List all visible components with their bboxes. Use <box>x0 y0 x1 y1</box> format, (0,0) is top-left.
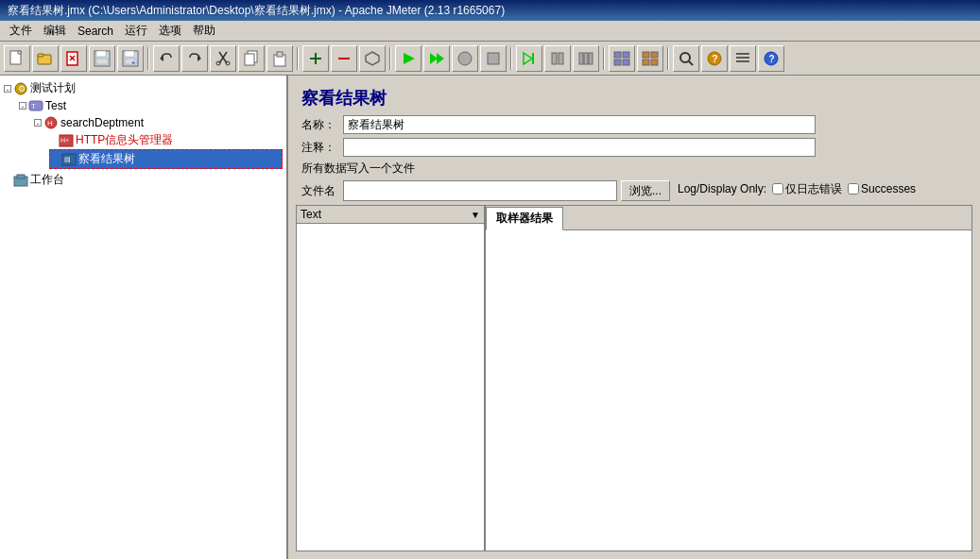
tree-panel: - ⚙ 测试计划 - T Test - H searchDeptment H+ … <box>0 76 288 559</box>
svg-rect-0 <box>10 51 21 64</box>
menu-edit[interactable]: 编辑 <box>38 21 72 41</box>
test-icon: T <box>28 98 43 113</box>
errors-checkbox[interactable] <box>772 183 783 195</box>
split-content: Text ▼ 取样器结果 <box>297 206 971 551</box>
svg-rect-38 <box>579 53 583 64</box>
svg-rect-69 <box>17 175 25 178</box>
toolbar-sep-2 <box>297 47 299 70</box>
toolbar-sep-4 <box>510 47 512 70</box>
comment-input[interactable] <box>343 138 816 157</box>
svg-marker-30 <box>430 53 438 64</box>
tab-sampler-result[interactable]: 取样器结果 <box>486 207 563 230</box>
http-header-icon: H+ <box>59 133 74 148</box>
right-panel: 察看结果树 名称： 注释： 所有数据写入一个文件 文件名 浏览... <box>288 76 980 559</box>
file-row: 文件名 浏览... <box>301 180 670 201</box>
svg-text:?: ? <box>769 54 775 64</box>
log-display-row: Log/Display Only: 仅日志错误 Successes <box>678 181 916 197</box>
name-input[interactable] <box>343 115 816 134</box>
left-split: Text ▼ <box>297 206 486 551</box>
toolbar-template-btn[interactable] <box>609 45 635 72</box>
svg-rect-43 <box>614 59 621 65</box>
toolbar-new-btn[interactable] <box>4 45 30 72</box>
browse-button[interactable]: 浏览... <box>621 180 670 201</box>
log-display-label: Log/Display Only: <box>678 182 766 195</box>
result-tree-item[interactable]: ▤ 察看结果树 <box>49 149 283 169</box>
main-area: - ⚙ 测试计划 - T Test - H searchDeptment H+ … <box>0 76 980 559</box>
toolbar-run-btn[interactable] <box>395 45 421 72</box>
left-split-header: Text ▼ <box>297 206 484 224</box>
toolbar-stop-btn[interactable] <box>452 45 478 72</box>
menu-run[interactable]: 运行 <box>119 21 153 41</box>
menu-bar: 文件 编辑 Search 运行 选项 帮助 <box>0 21 980 42</box>
svg-rect-12 <box>125 51 134 57</box>
svg-rect-41 <box>614 52 621 58</box>
toolbar-undo-btn[interactable] <box>153 45 180 72</box>
toolbar-shutdown-btn[interactable] <box>480 45 507 72</box>
toolbar-remote-stop-btn[interactable] <box>544 45 571 72</box>
svg-rect-45 <box>643 52 649 58</box>
toolbar-clear-btn[interactable] <box>359 45 386 72</box>
menu-options[interactable]: 选项 <box>153 21 187 41</box>
toolbar-cut-btn[interactable] <box>210 45 236 72</box>
http-header-label[interactable]: HTTP信息头管理器 <box>76 132 173 148</box>
toolbar-paste-btn[interactable] <box>266 45 293 72</box>
successes-label: Successes <box>861 182 916 195</box>
dropdown-arrow-icon[interactable]: ▼ <box>471 210 480 220</box>
toolbar-copy-btn[interactable] <box>238 45 265 72</box>
searchdept-icon: H <box>43 115 59 130</box>
successes-checkbox[interactable] <box>848 183 859 195</box>
toolbar-search-btn[interactable] <box>673 45 699 72</box>
toolbar-saveas-btn[interactable]: + <box>117 45 144 72</box>
name-label: 名称： <box>301 117 339 133</box>
toolbar-remove-btn[interactable] <box>331 45 357 72</box>
toolbar-remote-run-btn[interactable] <box>516 45 542 72</box>
svg-text:+: + <box>131 59 135 66</box>
svg-rect-42 <box>623 52 629 58</box>
file-input[interactable] <box>343 180 617 201</box>
toolbar-remote-stop2-btn[interactable] <box>573 45 599 72</box>
svg-rect-36 <box>552 53 557 64</box>
svg-text:?: ? <box>712 53 718 64</box>
svg-rect-9 <box>96 51 106 57</box>
svg-marker-31 <box>437 53 444 64</box>
toolbar-run-no-pause-btn[interactable] <box>423 45 450 72</box>
workarea-label[interactable]: 工作台 <box>30 172 64 188</box>
toolbar-add-btn[interactable] <box>302 45 329 72</box>
panel-title: 察看结果树 <box>301 87 967 110</box>
content-area: Text ▼ 取样器结果 <box>296 205 972 551</box>
text-dropdown-label: Text <box>301 208 321 221</box>
svg-text:T: T <box>31 102 36 110</box>
expand-searchdept[interactable]: - <box>34 119 42 127</box>
name-row: 名称： <box>301 115 967 134</box>
toolbar-open-btn[interactable] <box>32 45 59 72</box>
toolbar-sep-3 <box>389 47 391 70</box>
toolbar-list-btn[interactable] <box>730 45 756 72</box>
expand-test[interactable]: - <box>19 102 26 110</box>
toolbar-question-btn[interactable]: ? <box>758 45 784 72</box>
title-bar: 察看结果树.jmx (C:\Users\Administrator\Deskto… <box>0 0 980 21</box>
svg-marker-29 <box>404 53 415 64</box>
menu-file[interactable]: 文件 <box>4 21 38 41</box>
right-panel-top: 察看结果树 名称： 注释： 所有数据写入一个文件 文件名 浏览... <box>296 83 972 205</box>
file-log-row: 文件名 浏览... Log/Display Only: 仅日志错误 Succes… <box>301 180 967 201</box>
test-label[interactable]: Test <box>45 99 66 112</box>
svg-rect-40 <box>589 53 593 64</box>
svg-marker-34 <box>524 53 532 64</box>
menu-help[interactable]: 帮助 <box>187 21 221 41</box>
toolbar-redo-btn[interactable] <box>181 45 208 72</box>
toolbar-save-btn[interactable] <box>89 45 115 72</box>
toolbar-close-btn[interactable] <box>60 45 87 72</box>
toolbar-help2-btn[interactable]: ? <box>701 45 728 72</box>
right-split: 取样器结果 <box>486 206 971 551</box>
toolbar-template2-btn[interactable] <box>637 45 663 72</box>
test-plan-label[interactable]: 测试计划 <box>30 80 76 96</box>
expand-test-plan[interactable]: - <box>4 85 11 93</box>
toolbar-sep-1 <box>147 47 149 70</box>
svg-text:H+: H+ <box>60 137 69 144</box>
menu-search[interactable]: Search <box>72 23 119 40</box>
result-tree-icon: ▤ <box>61 152 77 167</box>
svg-rect-48 <box>651 59 658 65</box>
svg-text:⚙: ⚙ <box>18 84 26 93</box>
svg-rect-24 <box>277 52 283 57</box>
searchdept-label[interactable]: searchDeptment <box>60 116 144 129</box>
